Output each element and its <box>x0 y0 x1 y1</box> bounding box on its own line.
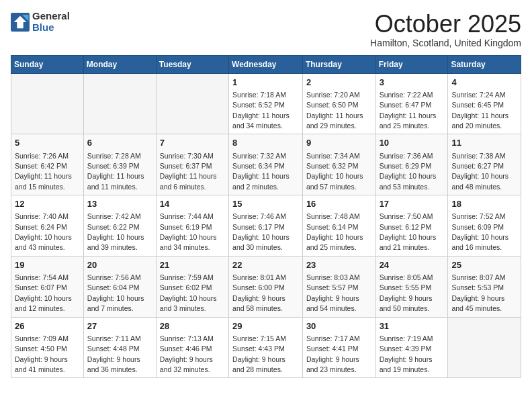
day-number: 6 <box>87 137 152 149</box>
day-info: Sunrise: 7:50 AMSunset: 6:12 PMDaylight:… <box>380 212 437 251</box>
calendar-cell <box>83 73 156 134</box>
day-info: Sunrise: 7:54 AMSunset: 6:07 PMDaylight:… <box>15 273 72 312</box>
day-header-monday: Monday <box>83 55 156 73</box>
day-number: 26 <box>15 320 80 332</box>
calendar-cell: 9 Sunrise: 7:34 AMSunset: 6:32 PMDayligh… <box>302 134 375 195</box>
calendar-cell <box>11 73 84 134</box>
logo-text: General Blue <box>32 11 70 33</box>
calendar-cell: 30 Sunrise: 7:17 AMSunset: 4:41 PMDaylig… <box>302 317 375 378</box>
day-info: Sunrise: 7:34 AMSunset: 6:32 PMDaylight:… <box>306 152 363 191</box>
day-info: Sunrise: 8:03 AMSunset: 5:57 PMDaylight:… <box>306 273 360 312</box>
logo: General Blue <box>11 11 70 33</box>
calendar-cell: 12 Sunrise: 7:40 AMSunset: 6:24 PMDaylig… <box>11 195 84 257</box>
day-number: 2 <box>306 77 372 89</box>
day-info: Sunrise: 7:30 AMSunset: 6:37 PMDaylight:… <box>160 152 217 191</box>
calendar-cell: 21 Sunrise: 7:59 AMSunset: 6:02 PMDaylig… <box>156 256 228 317</box>
logo-icon <box>11 13 30 32</box>
day-number: 7 <box>160 137 225 149</box>
day-number: 11 <box>451 137 517 149</box>
day-info: Sunrise: 7:18 AMSunset: 6:52 PMDaylight:… <box>232 91 290 130</box>
calendar-cell: 19 Sunrise: 7:54 AMSunset: 6:07 PMDaylig… <box>11 256 84 317</box>
day-info: Sunrise: 7:42 AMSunset: 6:22 PMDaylight:… <box>87 212 144 251</box>
day-info: Sunrise: 7:24 AMSunset: 6:45 PMDaylight:… <box>451 91 508 130</box>
day-number: 23 <box>306 259 372 271</box>
day-info: Sunrise: 7:17 AMSunset: 4:41 PMDaylight:… <box>306 334 360 373</box>
calendar-cell: 26 Sunrise: 7:09 AMSunset: 4:50 PMDaylig… <box>11 317 84 378</box>
day-number: 13 <box>87 198 152 210</box>
logo-blue: Blue <box>32 22 70 34</box>
day-info: Sunrise: 7:26 AMSunset: 6:42 PMDaylight:… <box>15 152 72 191</box>
calendar-cell: 24 Sunrise: 8:05 AMSunset: 5:55 PMDaylig… <box>375 256 448 317</box>
day-info: Sunrise: 7:15 AMSunset: 4:43 PMDaylight:… <box>232 334 286 373</box>
calendar-cell: 5 Sunrise: 7:26 AMSunset: 6:42 PMDayligh… <box>11 134 84 195</box>
calendar-cell: 25 Sunrise: 8:07 AMSunset: 5:53 PMDaylig… <box>448 256 521 317</box>
day-info: Sunrise: 7:11 AMSunset: 4:48 PMDaylight:… <box>87 334 141 373</box>
day-number: 24 <box>380 259 445 271</box>
day-info: Sunrise: 7:40 AMSunset: 6:24 PMDaylight:… <box>15 212 72 251</box>
day-number: 9 <box>306 137 372 149</box>
calendar-cell: 20 Sunrise: 7:56 AMSunset: 6:04 PMDaylig… <box>83 256 156 317</box>
calendar-header-row: SundayMondayTuesdayWednesdayThursdayFrid… <box>11 55 521 73</box>
day-info: Sunrise: 7:44 AMSunset: 6:19 PMDaylight:… <box>160 212 217 251</box>
day-info: Sunrise: 7:13 AMSunset: 4:46 PMDaylight:… <box>160 334 214 373</box>
day-number: 19 <box>15 259 80 271</box>
calendar-cell: 10 Sunrise: 7:36 AMSunset: 6:29 PMDaylig… <box>375 134 448 195</box>
week-row-2: 5 Sunrise: 7:26 AMSunset: 6:42 PMDayligh… <box>11 134 521 195</box>
calendar-cell: 29 Sunrise: 7:15 AMSunset: 4:43 PMDaylig… <box>229 317 303 378</box>
day-info: Sunrise: 7:20 AMSunset: 6:50 PMDaylight:… <box>306 91 363 130</box>
calendar-cell: 23 Sunrise: 8:03 AMSunset: 5:57 PMDaylig… <box>302 256 375 317</box>
calendar-cell: 31 Sunrise: 7:19 AMSunset: 4:39 PMDaylig… <box>375 317 448 378</box>
day-info: Sunrise: 7:59 AMSunset: 6:02 PMDaylight:… <box>160 273 217 312</box>
day-header-sunday: Sunday <box>11 55 84 73</box>
month-title: October 2025 <box>370 11 521 38</box>
day-info: Sunrise: 7:09 AMSunset: 4:50 PMDaylight:… <box>15 334 69 373</box>
day-info: Sunrise: 7:36 AMSunset: 6:29 PMDaylight:… <box>380 152 437 191</box>
calendar-cell: 28 Sunrise: 7:13 AMSunset: 4:46 PMDaylig… <box>156 317 228 378</box>
logo-general: General <box>32 11 70 22</box>
day-number: 17 <box>380 198 445 210</box>
calendar-cell: 7 Sunrise: 7:30 AMSunset: 6:37 PMDayligh… <box>156 134 228 195</box>
day-number: 29 <box>232 320 299 332</box>
calendar-cell: 16 Sunrise: 7:48 AMSunset: 6:14 PMDaylig… <box>302 195 375 257</box>
calendar-table: SundayMondayTuesdayWednesdayThursdayFrid… <box>11 55 521 379</box>
day-info: Sunrise: 7:19 AMSunset: 4:39 PMDaylight:… <box>380 334 433 373</box>
day-number: 22 <box>232 259 299 271</box>
day-number: 25 <box>451 259 517 271</box>
week-row-5: 26 Sunrise: 7:09 AMSunset: 4:50 PMDaylig… <box>11 317 521 378</box>
calendar-cell: 15 Sunrise: 7:46 AMSunset: 6:17 PMDaylig… <box>229 195 303 257</box>
calendar-cell: 4 Sunrise: 7:24 AMSunset: 6:45 PMDayligh… <box>448 73 521 134</box>
day-header-thursday: Thursday <box>302 55 375 73</box>
day-info: Sunrise: 8:05 AMSunset: 5:55 PMDaylight:… <box>380 273 433 312</box>
day-header-saturday: Saturday <box>448 55 521 73</box>
day-header-tuesday: Tuesday <box>156 55 228 73</box>
day-info: Sunrise: 7:52 AMSunset: 6:09 PMDaylight:… <box>451 212 508 251</box>
calendar-cell: 14 Sunrise: 7:44 AMSunset: 6:19 PMDaylig… <box>156 195 228 257</box>
calendar-cell: 3 Sunrise: 7:22 AMSunset: 6:47 PMDayligh… <box>375 73 448 134</box>
day-info: Sunrise: 7:38 AMSunset: 6:27 PMDaylight:… <box>451 152 508 191</box>
day-number: 28 <box>160 320 225 332</box>
day-number: 18 <box>451 198 517 210</box>
day-info: Sunrise: 7:32 AMSunset: 6:34 PMDaylight:… <box>232 152 290 191</box>
day-number: 15 <box>232 198 299 210</box>
week-row-3: 12 Sunrise: 7:40 AMSunset: 6:24 PMDaylig… <box>11 195 521 257</box>
day-info: Sunrise: 7:56 AMSunset: 6:04 PMDaylight:… <box>87 273 144 312</box>
day-number: 21 <box>160 259 225 271</box>
calendar-cell: 1 Sunrise: 7:18 AMSunset: 6:52 PMDayligh… <box>229 73 303 134</box>
day-number: 10 <box>380 137 445 149</box>
day-info: Sunrise: 8:07 AMSunset: 5:53 PMDaylight:… <box>451 273 505 312</box>
day-number: 5 <box>15 137 80 149</box>
calendar-cell: 18 Sunrise: 7:52 AMSunset: 6:09 PMDaylig… <box>448 195 521 257</box>
calendar-cell: 27 Sunrise: 7:11 AMSunset: 4:48 PMDaylig… <box>83 317 156 378</box>
day-number: 3 <box>380 77 445 89</box>
day-header-wednesday: Wednesday <box>229 55 303 73</box>
day-info: Sunrise: 7:48 AMSunset: 6:14 PMDaylight:… <box>306 212 363 251</box>
day-number: 1 <box>232 77 299 89</box>
day-number: 30 <box>306 320 372 332</box>
day-info: Sunrise: 7:28 AMSunset: 6:39 PMDaylight:… <box>87 152 144 191</box>
week-row-1: 1 Sunrise: 7:18 AMSunset: 6:52 PMDayligh… <box>11 73 521 134</box>
calendar-cell: 2 Sunrise: 7:20 AMSunset: 6:50 PMDayligh… <box>302 73 375 134</box>
calendar-cell: 6 Sunrise: 7:28 AMSunset: 6:39 PMDayligh… <box>83 134 156 195</box>
day-number: 4 <box>451 77 517 89</box>
day-number: 27 <box>87 320 152 332</box>
week-row-4: 19 Sunrise: 7:54 AMSunset: 6:07 PMDaylig… <box>11 256 521 317</box>
